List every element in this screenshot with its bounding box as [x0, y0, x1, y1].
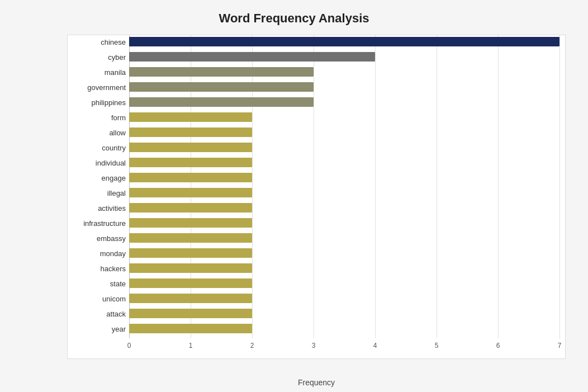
bar-cyber [129, 52, 375, 62]
bar-illegal [129, 188, 252, 197]
bar-embassy [129, 233, 252, 243]
x-tick-4: 4 [373, 342, 377, 350]
x-axis-label: Frequency [298, 378, 335, 387]
x-tick-6: 6 [496, 342, 500, 350]
bar-engage [129, 173, 252, 182]
y-label-activities: activities [98, 204, 126, 212]
y-label-illegal: illegal [107, 189, 126, 197]
y-label-unicom: unicom [102, 295, 126, 303]
y-label-engage: engage [102, 174, 126, 182]
y-label-form: form [111, 114, 126, 122]
y-label-country: country [102, 144, 126, 152]
y-label-attack: attack [106, 310, 126, 318]
y-label-embassy: embassy [97, 234, 126, 243]
bar-year [129, 324, 252, 333]
bar-country [129, 143, 252, 152]
x-tick-0: 0 [127, 342, 131, 350]
y-label-allow: allow [109, 129, 126, 137]
bar-infrastructure [129, 218, 252, 228]
bar-hackers [129, 263, 252, 273]
bar-government [129, 82, 314, 92]
bar-philippines [129, 97, 314, 107]
x-tick-3: 3 [312, 342, 316, 350]
bar-manila [129, 67, 314, 77]
x-tick-2: 2 [250, 342, 254, 350]
x-tick-5: 5 [435, 342, 439, 350]
y-label-philippines: philippines [92, 98, 126, 107]
bar-activities [129, 203, 252, 212]
bar-attack [129, 309, 252, 318]
bar-individual [129, 158, 252, 167]
bar-monday [129, 248, 252, 258]
chart-title: Word Frequency Analysis [22, 11, 566, 26]
bar-unicom [129, 294, 252, 303]
y-label-state: state [110, 280, 126, 288]
bar-allow [129, 127, 252, 137]
y-label-infrastructure: infrastructure [83, 219, 126, 228]
y-label-cyber: cyber [108, 53, 126, 62]
chart-container: Word Frequency Analysis 01234567 chinese… [0, 0, 588, 392]
y-label-individual: individual [96, 159, 126, 167]
bar-chinese [129, 37, 559, 46]
x-tick-1: 1 [189, 342, 193, 350]
y-label-government: government [87, 83, 126, 92]
y-label-monday: monday [100, 249, 126, 258]
bar-form [129, 112, 252, 122]
y-label-manila: manila [105, 68, 126, 77]
y-label-hackers: hackers [100, 265, 126, 273]
y-label-year: year [112, 325, 126, 333]
y-label-chinese: chinese [101, 38, 126, 46]
bar-state [129, 278, 252, 288]
x-tick-7: 7 [558, 342, 562, 350]
